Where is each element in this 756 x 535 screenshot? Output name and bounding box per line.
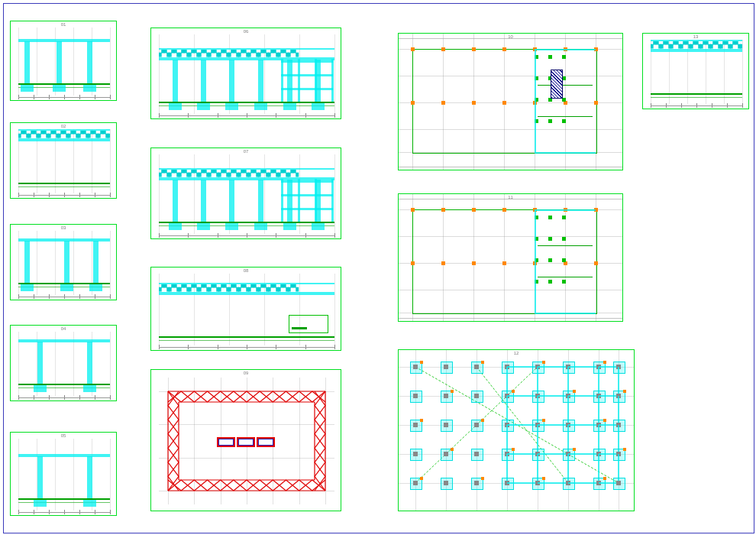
sheet-A4[interactable]: 04 (10, 325, 117, 401)
sheet-A3[interactable]: 03 (10, 224, 117, 300)
sheet-A1[interactable]: 01 (10, 21, 117, 101)
sheet-B1[interactable]: 06▞▚▞▚▞▚▞▚▞▚▞▚▞▚▞▚▞▚▞▚▞▚▞▚▞▚▞▚ (150, 28, 341, 119)
drawing-canvas: 0102▞▚▞▚▞▚▞▚▞▚▞▚▞▚▞▚▞▚▞▚▞▚▞▚▞▚▞▚03040506… (3, 3, 754, 533)
sheet-title: 02 (11, 124, 116, 128)
sheet-C[interactable]: 09 (150, 369, 341, 511)
sheet-title: 08 (151, 268, 341, 273)
sheet-A5[interactable]: 05 (10, 432, 117, 516)
sheet-title: 06 (151, 29, 341, 34)
sheet-title: 05 (11, 433, 116, 438)
sheet-title: 13 (643, 34, 748, 39)
sheet-D1[interactable]: 10 (398, 33, 623, 170)
sheet-A2[interactable]: 02▞▚▞▚▞▚▞▚▞▚▞▚▞▚▞▚▞▚▞▚▞▚▞▚▞▚▞▚ (10, 122, 117, 199)
sheet-D3[interactable]: 12 (398, 349, 635, 511)
sheet-B2[interactable]: 07▞▚▞▚▞▚▞▚▞▚▞▚▞▚▞▚▞▚▞▚▞▚▞▚▞▚▞▚ (150, 148, 341, 239)
sheet-title: 04 (11, 326, 116, 331)
sheet-B3[interactable]: 08▞▚▞▚▞▚▞▚▞▚▞▚▞▚▞▚▞▚▞▚▞▚▞▚▞▚▞▚ (150, 267, 341, 351)
sheet-title: 07 (151, 149, 341, 154)
sheet-title: 03 (11, 225, 116, 230)
sheet-D2[interactable]: 11 (398, 193, 623, 322)
sheet-E[interactable]: 13▞▚▞▚▞▚▞▚▞▚▞▚▞▚▞▚▞▚▞▚▞▚▞▚▞▚▞▚ (642, 33, 749, 109)
sheet-title: 01 (11, 22, 116, 27)
